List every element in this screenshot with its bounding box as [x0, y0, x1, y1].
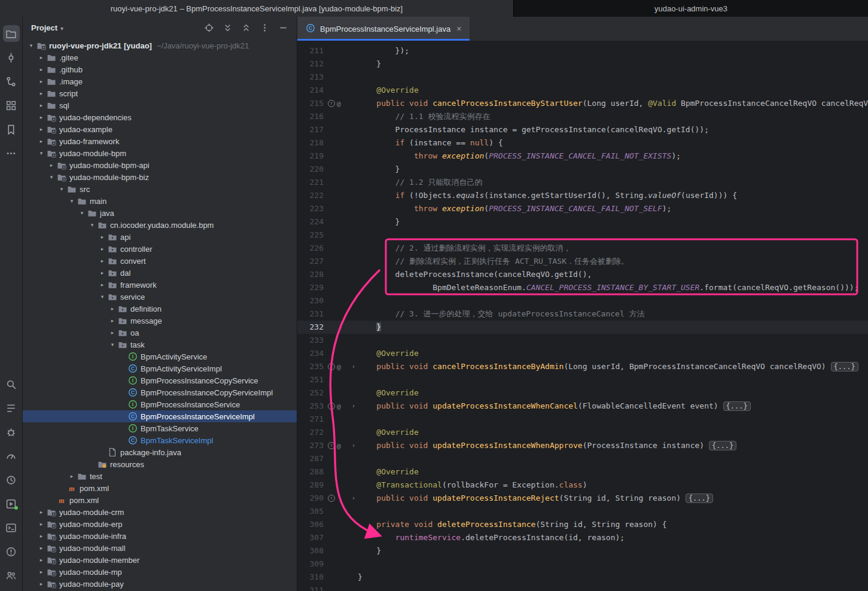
users-icon[interactable]: [3, 567, 20, 584]
options-icon[interactable]: [258, 21, 271, 34]
tree-item-bpmtaskservice[interactable]: IBpmTaskService: [23, 422, 297, 434]
chevron-right-icon[interactable]: ▸: [108, 318, 117, 324]
profiler-icon[interactable]: [3, 447, 20, 464]
services-icon[interactable]: [3, 495, 20, 512]
chevron-right-icon[interactable]: ▸: [36, 54, 46, 60]
project-panel-title[interactable]: Project: [31, 23, 57, 32]
code-line-311[interactable]: 311: [297, 584, 868, 591]
tree-item-package-info-java[interactable]: package-info.java: [23, 446, 297, 458]
code-line-212[interactable]: 212 }: [297, 57, 868, 71]
chevron-down-icon[interactable]: ▾: [67, 198, 77, 204]
chevron-right-icon[interactable]: ▸: [36, 557, 46, 563]
overrides-method-icon[interactable]: ↑: [328, 403, 335, 410]
structure-icon[interactable]: [3, 97, 20, 114]
tree-item-java[interactable]: ▾java: [23, 207, 297, 219]
tree-item-yudao-module-member[interactable]: ▸yudao-module-member: [23, 554, 297, 566]
debug-icon[interactable]: [3, 424, 20, 440]
tree-item-test[interactable]: ▸test: [23, 470, 297, 482]
tree-item-message[interactable]: ▸message: [23, 315, 297, 327]
code-line-272[interactable]: 272 @Override: [297, 426, 868, 439]
tree-item-bpmactivityservice[interactable]: IBpmActivityService: [23, 351, 297, 362]
code-line-233[interactable]: 233: [297, 334, 868, 347]
chevron-down-icon[interactable]: ▾: [26, 42, 36, 48]
annotated-icon[interactable]: @: [337, 443, 341, 449]
chevron-right-icon[interactable]: ▸: [98, 258, 107, 264]
code-area[interactable]: 211 });212 }213214 @Override215↑@ public…: [297, 41, 868, 591]
fold-chevron-icon[interactable]: ›: [349, 492, 358, 505]
overrides-method-icon[interactable]: ↑: [328, 100, 335, 107]
code-line-217[interactable]: 217 ProcessInstance instance = getProces…: [297, 123, 868, 136]
code-line-218[interactable]: 218 if (instance == null) {: [297, 136, 868, 150]
tree-item-src[interactable]: ▾src: [23, 183, 297, 195]
chevron-down-icon[interactable]: ▾: [87, 222, 97, 228]
code-line-234[interactable]: 234 @Override: [297, 347, 868, 360]
code-line-308[interactable]: 308 }: [297, 544, 868, 558]
code-line-219[interactable]: 219 throw exception(PROCESS_INSTANCE_CAN…: [297, 150, 868, 163]
code-line-253[interactable]: 253↑@› public void updateProcessInstance…: [297, 400, 868, 413]
code-line-252[interactable]: 252 @Override: [297, 386, 868, 400]
tree-item-yudao-module-bpm-api[interactable]: ▸yudao-module-bpm-api: [23, 159, 297, 171]
chevron-right-icon[interactable]: ▸: [36, 66, 46, 72]
chevron-down-icon[interactable]: ▾: [47, 174, 56, 180]
chevron-right-icon[interactable]: ▸: [36, 509, 46, 515]
tree-item-bpmactivityserviceimpl[interactable]: CBpmActivityServiceImpl: [23, 362, 297, 374]
chevron-right-icon[interactable]: ▸: [108, 306, 117, 312]
tab-close-icon[interactable]: ×: [456, 24, 461, 33]
history-icon[interactable]: [3, 471, 20, 488]
code-line-216[interactable]: 216 // 1.1 校验流程实例存在: [297, 110, 868, 123]
code-line-235[interactable]: 235↑@› public void cancelProcessInstance…: [297, 360, 868, 373]
tree-item-yudao-module-crm[interactable]: ▸yudao-module-crm: [23, 506, 297, 518]
code-line-289[interactable]: 289 @Transactional(rollbackFor = Excepti…: [297, 479, 868, 492]
code-line-213[interactable]: 213: [297, 71, 868, 84]
editor-tab[interactable]: C BpmProcessInstanceServiceImpl.java ×: [297, 17, 470, 41]
problems-icon[interactable]: [3, 543, 20, 560]
code-line-231[interactable]: 231 // 3. 进一步的处理，交给 updateProcessInstanc…: [297, 307, 868, 321]
tree-item-oa[interactable]: ▸oa: [23, 327, 297, 339]
chevron-down-icon[interactable]: ▾: [77, 210, 87, 216]
chevron-right-icon[interactable]: ▸: [98, 270, 107, 276]
tree-item-bpmprocessinstanceservice[interactable]: IBpmProcessInstanceService: [23, 398, 297, 410]
chevron-down-icon[interactable]: ▾: [60, 25, 63, 32]
tree-item-controller[interactable]: ▸controller: [23, 243, 297, 255]
code-line-223[interactable]: 223 throw exception(PROCESS_INSTANCE_CAN…: [297, 202, 868, 215]
code-line-251[interactable]: 251: [297, 373, 868, 386]
tree-item-pom-xml[interactable]: mpom.xml: [23, 482, 297, 494]
tree-item-yudao-module-infra[interactable]: ▸yudao-module-infra: [23, 530, 297, 542]
chevron-right-icon[interactable]: ▸: [98, 282, 107, 288]
tree-item-ruoyi-vue-pro-jdk21-yudao[interactable]: ▾ruoyi-vue-pro-jdk21 [yudao]~/Java/ruoyi…: [23, 39, 297, 51]
chevron-right-icon[interactable]: ▸: [36, 545, 46, 551]
tree-item-yudao-module-pay[interactable]: ▸yudao-module-pay: [23, 578, 297, 590]
tree-item-yudao-module-bpm-biz[interactable]: ▾yudao-module-bpm-biz: [23, 171, 297, 183]
window-title-right[interactable]: yudao-ui-admin-vue3: [513, 0, 868, 17]
chevron-right-icon[interactable]: ▸: [36, 78, 46, 84]
chevron-right-icon[interactable]: ▸: [36, 533, 46, 539]
chevron-right-icon[interactable]: ▸: [36, 126, 46, 132]
code-line-306[interactable]: 306 private void deleteProcessInstance(S…: [297, 518, 868, 531]
chevron-down-icon[interactable]: ▾: [57, 186, 66, 192]
tree-item-main[interactable]: ▾main: [23, 195, 297, 207]
chevron-right-icon[interactable]: ▸: [47, 162, 56, 168]
chevron-right-icon[interactable]: ▸: [108, 330, 117, 336]
tree-item-pom-xml[interactable]: mpom.xml: [23, 494, 297, 506]
code-line-232[interactable]: 232 }: [297, 321, 868, 334]
code-line-290[interactable]: 290↑› public void updateProcessInstanceR…: [297, 492, 868, 505]
annotated-icon[interactable]: @: [337, 100, 341, 107]
code-line-225[interactable]: 225: [297, 229, 868, 242]
code-line-288[interactable]: 288 @Override: [297, 465, 868, 479]
bookmarks-icon[interactable]: [3, 121, 20, 138]
terminal-icon[interactable]: [3, 519, 20, 536]
tree-item-gitee[interactable]: ▸.gitee: [23, 51, 297, 63]
code-line-229[interactable]: 229 BpmDeleteReasonEnum.CANCEL_PROCESS_I…: [297, 281, 868, 294]
tree-item-image[interactable]: ▸.image: [23, 75, 297, 87]
fold-chevron-icon[interactable]: ›: [349, 400, 358, 413]
tree-item-sql[interactable]: ▸sql: [23, 99, 297, 111]
code-line-215[interactable]: 215↑@ public void cancelProcessInstanceB…: [297, 97, 868, 110]
tree-item-bpmprocessinstancecopyserviceimpl[interactable]: CBpmProcessInstanceCopyServiceImpl: [23, 386, 297, 398]
code-line-307[interactable]: 307 runtimeService.deleteProcessInstance…: [297, 531, 868, 544]
chevron-right-icon[interactable]: ▸: [36, 90, 46, 96]
code-line-220[interactable]: 220 }: [297, 163, 868, 176]
chevron-right-icon[interactable]: ▸: [36, 569, 46, 575]
chevron-right-icon[interactable]: ▸: [36, 114, 46, 120]
code-line-224[interactable]: 224 }: [297, 215, 868, 229]
commit-icon[interactable]: [3, 49, 20, 66]
